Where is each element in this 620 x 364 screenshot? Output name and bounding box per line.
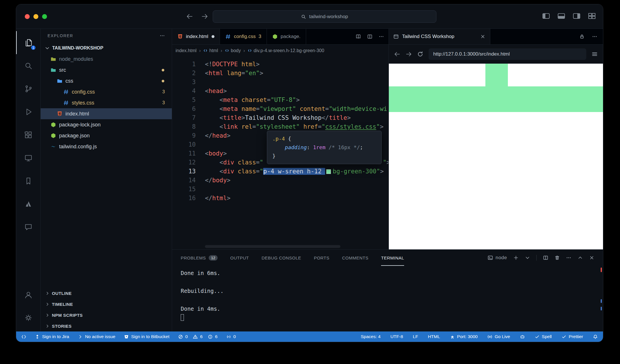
- prettier-status[interactable]: Prettier: [561, 334, 583, 339]
- minimize-window-button[interactable]: [33, 14, 38, 19]
- tab-index.html[interactable]: index.html: [172, 29, 220, 44]
- file-package.json[interactable]: package.json: [41, 130, 172, 141]
- code-line-16[interactable]: 16</html>: [172, 194, 389, 203]
- code-line-7[interactable]: 7 <title>Tailwind CSS Workshop</title>: [172, 113, 389, 122]
- section-stories[interactable]: STORIES: [41, 321, 172, 331]
- close-window-button[interactable]: [25, 14, 30, 19]
- section-timeline[interactable]: TIMELINE: [41, 299, 172, 310]
- file-node_modules[interactable]: node_modules: [41, 54, 172, 65]
- spell-checker-status[interactable]: Spell: [535, 334, 552, 339]
- section-npm-scripts[interactable]: NPM SCRIPTS: [41, 310, 172, 321]
- language-mode-status[interactable]: HTML: [428, 334, 440, 339]
- feedback-status[interactable]: 0: [226, 334, 236, 339]
- code-line-13[interactable]: 13 <div class="p-4 w-sreen h-12 bg-green…: [172, 167, 389, 176]
- zoom-window-button[interactable]: [42, 14, 47, 19]
- browser-more-icon[interactable]: [592, 34, 597, 39]
- panel-tab-comments[interactable]: COMMENTS: [342, 250, 369, 266]
- toggle-panel-icon[interactable]: [558, 13, 565, 19]
- activity-account[interactable]: [16, 283, 40, 306]
- active-issue-status[interactable]: No active issue: [78, 334, 115, 339]
- code-line-5[interactable]: 5 <meta charset="UTF-8">: [172, 96, 389, 105]
- activity-remote-explorer[interactable]: [16, 146, 40, 169]
- code-line-4[interactable]: 4<head>: [172, 87, 389, 96]
- panel-tab-terminal[interactable]: TERMINAL: [381, 250, 404, 266]
- panel-tab-problems[interactable]: PROBLEMS12: [181, 250, 218, 266]
- go-forward-icon[interactable]: [201, 13, 208, 20]
- crumb-2[interactable]: body: [225, 48, 241, 53]
- toggle-secondary-sidebar-icon[interactable]: [573, 13, 580, 19]
- terminal-shell-picker[interactable]: node: [488, 255, 507, 261]
- file-tailwind.config.js[interactable]: tailwind.config.js: [41, 141, 172, 152]
- browser-viewport[interactable]: [389, 64, 603, 249]
- activity-atlassian[interactable]: [16, 192, 40, 215]
- jira-sign-in-status[interactable]: Sign in to Jira: [35, 334, 69, 339]
- code-line-1[interactable]: 1<!DOCTYPE html>: [172, 60, 389, 69]
- go-back-icon[interactable]: [186, 13, 193, 20]
- close-panel-icon[interactable]: [589, 255, 594, 260]
- panel-tab-debug-console[interactable]: DEBUG CONSOLE: [262, 250, 301, 266]
- terminal-more-icon[interactable]: [566, 255, 571, 260]
- notifications-status[interactable]: [593, 334, 598, 339]
- browser-reload-icon[interactable]: [417, 51, 423, 57]
- terminal-output[interactable]: Done in 6ms. Rebuilding... Done in 4ms.: [172, 266, 603, 331]
- copilot-status[interactable]: [520, 334, 525, 339]
- activity-chat[interactable]: [16, 215, 40, 238]
- browser-back-icon[interactable]: [394, 51, 400, 57]
- split-editor-icon[interactable]: [367, 34, 372, 39]
- customize-layout-icon[interactable]: [588, 13, 595, 19]
- tab-package[interactable]: package.: [267, 29, 306, 44]
- activity-settings[interactable]: [16, 306, 40, 329]
- indentation-status[interactable]: Spaces: 4: [361, 334, 380, 339]
- section-outline[interactable]: OUTLINE: [41, 288, 172, 299]
- encoding-status[interactable]: UTF-8: [390, 334, 403, 339]
- url-bar[interactable]: http://127.0.0.1:3000/src/index.html: [429, 48, 586, 60]
- eol-status[interactable]: LF: [413, 334, 418, 339]
- explorer-more-icon[interactable]: [160, 33, 165, 38]
- panel-tab-output[interactable]: OUTPUT: [230, 250, 249, 266]
- activity-search[interactable]: [16, 54, 40, 77]
- activity-extensions[interactable]: [16, 123, 40, 146]
- horizontal-scrollbar[interactable]: [205, 245, 340, 248]
- tab-config.css[interactable]: config.css3: [220, 29, 267, 44]
- close-browser-tab-icon[interactable]: [480, 34, 485, 39]
- split-terminal-icon[interactable]: [543, 255, 548, 260]
- activity-bookmarks[interactable]: [16, 169, 40, 192]
- new-terminal-icon[interactable]: [513, 255, 519, 260]
- code-line-2[interactable]: 2<html lang="en">: [172, 69, 389, 78]
- crumb-0[interactable]: index.html: [176, 48, 197, 53]
- go-live-status[interactable]: Go Live: [487, 334, 510, 339]
- toggle-sidebar-icon[interactable]: [542, 13, 550, 19]
- terminal-dropdown-icon[interactable]: [525, 255, 530, 260]
- kill-terminal-icon[interactable]: [555, 255, 560, 260]
- browser-menu-icon[interactable]: [591, 51, 598, 57]
- browser-tab[interactable]: Tailwind CSS Workshop: [389, 29, 490, 44]
- live-server-port-status[interactable]: Port: 3000: [450, 334, 478, 339]
- activity-run-and-debug[interactable]: [16, 100, 40, 123]
- browser-forward-icon[interactable]: [406, 51, 412, 57]
- activity-source-control[interactable]: [16, 77, 40, 100]
- file-config.css[interactable]: config.css3: [41, 86, 172, 97]
- bitbucket-sign-in-status[interactable]: Sign in to Bitbucket: [124, 334, 169, 339]
- crumb-1[interactable]: html: [203, 48, 218, 53]
- workspace-root[interactable]: TAILWIND-WORKSHOP: [41, 43, 172, 54]
- file-index.html[interactable]: index.html: [41, 108, 172, 119]
- code-editor[interactable]: 1<!DOCTYPE html>2<html lang="en">34<head…: [172, 56, 389, 249]
- code-line-15[interactable]: 15: [172, 185, 389, 194]
- remote-window-status[interactable]: [21, 334, 26, 339]
- file-css[interactable]: css: [41, 75, 172, 86]
- problems-status[interactable]: 066: [178, 334, 218, 339]
- code-line-3[interactable]: 3: [172, 78, 389, 87]
- code-line-8[interactable]: 8 <link rel="stylesheet" href="css/style…: [172, 122, 389, 131]
- open-preview-icon[interactable]: [356, 34, 361, 39]
- command-center-search[interactable]: tailwind-workshop: [213, 10, 436, 23]
- file-src[interactable]: src: [41, 65, 172, 75]
- code-line-14[interactable]: 14</body>: [172, 176, 389, 185]
- activity-explorer[interactable]: 1: [16, 31, 40, 54]
- code-line-6[interactable]: 6 <meta name="viewport" content="width=d…: [172, 105, 389, 113]
- maximize-panel-icon[interactable]: [578, 255, 583, 260]
- crumb-3[interactable]: div.p-4.w-sreen.h-12.bg-green-300: [248, 48, 324, 53]
- editor-more-icon[interactable]: [379, 34, 384, 39]
- file-package-lock.json[interactable]: package-lock.json: [41, 119, 172, 130]
- file-styles.css[interactable]: styles.css3: [41, 97, 172, 108]
- panel-tab-ports[interactable]: PORTS: [314, 250, 329, 266]
